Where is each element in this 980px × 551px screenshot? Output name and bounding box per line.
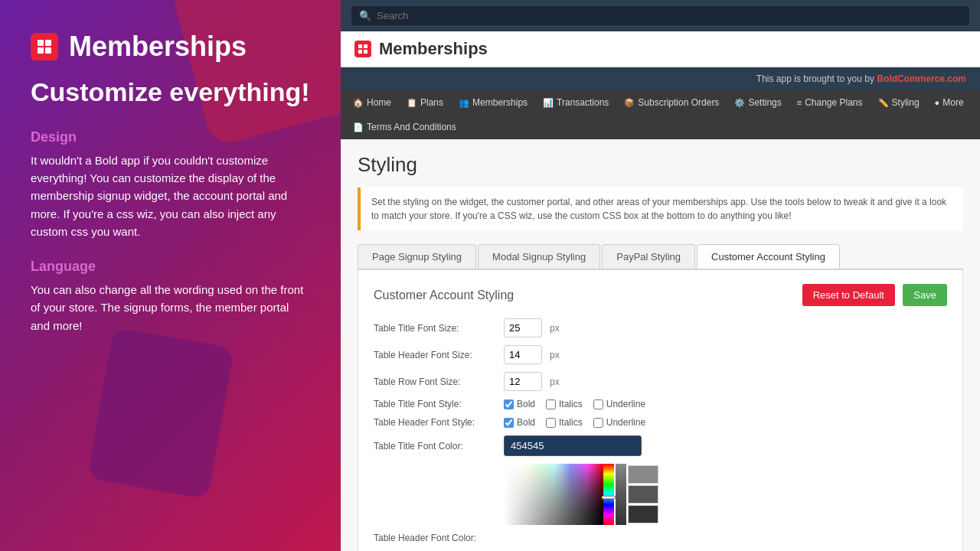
bold-checkbox-header[interactable] — [504, 418, 514, 428]
form-card-header: Customer Account Styling Reset to Defaul… — [374, 284, 947, 306]
swatch-3[interactable] — [628, 505, 658, 523]
main-content: Styling Set the styling on the widget, t… — [341, 139, 980, 551]
nav-label-changeplans: Change Plans — [805, 97, 862, 108]
table-header-font-color-label: Table Header Font Color: — [374, 533, 496, 543]
table-title-font-style-group: Bold Italics Underline — [504, 399, 645, 409]
svg-rect-3 — [45, 47, 51, 54]
app-name: Memberships — [69, 31, 247, 63]
form-actions: Reset to Default Save — [802, 284, 947, 306]
table-title-font-size-input[interactable] — [504, 318, 542, 337]
table-row-font-size-row: Table Row Font Size: px — [374, 372, 947, 391]
nav-item-terms[interactable]: 📄 Terms And Conditions — [345, 115, 464, 139]
settings-icon: ⚙️ — [734, 98, 745, 108]
memberships-icon: 👥 — [459, 98, 469, 108]
hue-handle[interactable] — [602, 496, 616, 499]
italic-checkbox-label-header[interactable]: Italics — [546, 417, 583, 428]
logo-icon — [31, 33, 58, 60]
table-title-font-size-label: Table Title Font Size: — [374, 323, 496, 334]
italic-checkbox-label-title[interactable]: Italics — [546, 399, 583, 409]
svg-rect-4 — [358, 44, 362, 48]
table-title-font-size-row: Table Title Font Size: px — [374, 318, 947, 337]
nav-item-plans[interactable]: 📋 Plans — [399, 90, 451, 115]
page-title: Styling — [358, 153, 963, 177]
table-title-font-color-label: Table Title Font Color: — [374, 441, 496, 452]
nav-bar: 🏠 Home 📋 Plans 👥 Memberships 📊 Transacti… — [341, 90, 980, 139]
table-header-font-size-row: Table Header Font Size: px — [374, 345, 947, 364]
nav-label-transactions: Transactions — [557, 97, 609, 108]
nav-label-terms: Terms And Conditions — [367, 122, 456, 132]
form-card-title: Customer Account Styling — [374, 289, 514, 302]
underline-checkbox-header[interactable] — [593, 418, 603, 428]
italic-checkbox-header[interactable] — [546, 418, 556, 428]
bold-checkbox-label-title[interactable]: Bold — [504, 399, 535, 409]
search-icon: 🔍 — [359, 10, 371, 21]
tab-customer-account[interactable]: Customer Account Styling — [697, 244, 840, 269]
table-header-font-style-group: Bold Italics Underline — [504, 417, 645, 428]
logo-row: Memberships — [31, 31, 310, 63]
reset-button[interactable]: Reset to Default — [802, 284, 895, 306]
home-icon: 🏠 — [353, 98, 364, 108]
svg-rect-7 — [364, 50, 368, 54]
tab-modal-signup[interactable]: Modal Signup Styling — [478, 244, 600, 269]
search-input[interactable] — [377, 10, 962, 21]
underline-checkbox-label-header[interactable]: Underline — [593, 417, 645, 428]
language-text: You can also change all the wording used… — [31, 281, 310, 334]
transactions-icon: 📊 — [543, 98, 554, 108]
nav-item-styling[interactable]: ✏️ Styling — [871, 90, 927, 115]
swatch-2[interactable] — [628, 485, 658, 504]
info-box: Set the styling on the widget, the custo… — [358, 187, 963, 230]
nav-label-styling: Styling — [892, 97, 920, 108]
table-header-font-color-row: Table Header Font Color: — [374, 533, 947, 543]
nav-item-memberships[interactable]: 👥 Memberships — [451, 90, 535, 115]
nav-item-more[interactable]: ● More — [927, 90, 972, 115]
table-header-font-style-row: Table Header Font Style: Bold Italics Un… — [374, 417, 947, 428]
underline-checkbox-title[interactable] — [593, 399, 603, 409]
table-header-font-size-input[interactable] — [504, 345, 542, 364]
table-title-font-color-row: Table Title Font Color: — [374, 435, 947, 456]
nav-item-settings[interactable]: ⚙️ Settings — [727, 90, 789, 115]
tab-page-signup[interactable]: Page Signup Styling — [358, 244, 476, 269]
nav-label-more: More — [942, 97, 963, 108]
changeplans-icon: ≡ — [797, 98, 802, 107]
design-heading: Design — [31, 129, 310, 145]
promo-bar: This app is brought to you by BoldCommer… — [341, 67, 980, 90]
table-title-font-color-input[interactable] — [504, 435, 642, 456]
table-header-font-style-label: Table Header Font Style: — [374, 417, 496, 428]
color-gradient[interactable] — [504, 464, 603, 525]
tab-paypal[interactable]: PayPal Styling — [602, 244, 695, 269]
table-row-font-size-input[interactable] — [504, 372, 542, 391]
nav-item-subscriptions[interactable]: 📦 Subscription Orders — [616, 90, 727, 115]
nav-item-changeplans[interactable]: ≡ Change Plans — [789, 90, 871, 115]
save-button[interactable]: Save — [903, 284, 947, 306]
italic-checkbox-title[interactable] — [546, 399, 556, 409]
app-header-icon — [354, 41, 371, 57]
styling-icon: ✏️ — [878, 98, 889, 108]
promo-text: This app is brought to you by — [756, 73, 877, 84]
bold-checkbox-label-header[interactable]: Bold — [504, 417, 535, 428]
app-header: Memberships — [341, 31, 980, 67]
swatch-1[interactable] — [628, 465, 658, 484]
color-picker[interactable] — [504, 464, 947, 525]
bold-checkbox-title[interactable] — [504, 399, 514, 409]
table-title-px-unit: px — [550, 323, 560, 334]
nav-item-home[interactable]: 🏠 Home — [345, 90, 399, 115]
tabs-row: Page Signup Styling Modal Signup Styling… — [358, 244, 963, 269]
svg-rect-0 — [38, 40, 44, 46]
svg-rect-5 — [364, 44, 368, 48]
underline-checkbox-label-title[interactable]: Underline — [593, 399, 645, 409]
design-text: It wouldn't a Bold app if you couldn't c… — [31, 152, 310, 240]
form-card: Customer Account Styling Reset to Defaul… — [358, 269, 963, 551]
search-input-wrap[interactable]: 🔍 — [351, 6, 969, 25]
hue-bar[interactable] — [603, 464, 614, 525]
table-title-font-style-row: Table Title Font Style: Bold Italics Und… — [374, 399, 947, 409]
opacity-bar[interactable] — [616, 464, 626, 525]
right-panel: 🔍 Memberships This app is brought to you… — [341, 0, 980, 551]
nav-label-plans: Plans — [420, 97, 443, 108]
tagline: Customize everything! — [31, 77, 310, 108]
language-heading: Language — [31, 259, 310, 275]
more-icon: ● — [935, 98, 940, 107]
plans-icon: 📋 — [407, 98, 417, 108]
nav-item-transactions[interactable]: 📊 Transactions — [535, 90, 616, 115]
promo-link[interactable]: BoldCommerce.com — [877, 73, 966, 84]
subscriptions-icon: 📦 — [624, 98, 635, 108]
